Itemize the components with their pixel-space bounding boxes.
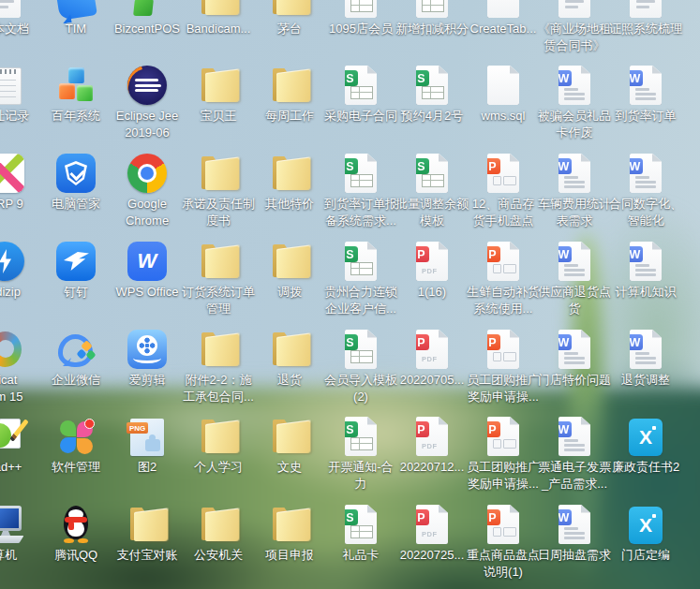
desktop-icon-r3c8[interactable]: W 供应商退货点 货 (539, 238, 610, 318)
desktop-icon-r5c8[interactable]: W 票通电子发票 _产品需求... (539, 413, 610, 493)
desktop-icon-r0c3[interactable]: Bandicam... (183, 0, 254, 37)
desktop-icon-r1c2[interactable]: Eclipse Jee 2019-06 (112, 62, 183, 142)
icon-label: 20220712... (400, 459, 465, 476)
desktop-icon-r2c5[interactable]: S 到货率订单报 备系统需求... (325, 150, 396, 230)
desktop-icon-r6c1[interactable]: 腾讯QQ (40, 501, 112, 564)
icon-label: 退货调整 (621, 372, 670, 389)
desktop-icon-r1c1[interactable]: 百年系统 (40, 62, 112, 125)
desktop-icon-r0c8[interactable]: 《商业场地租 赁合同书》 (539, 0, 610, 55)
icon-glyph-box: W (610, 326, 681, 369)
desktop-icon-r1c3[interactable]: 宝贝王 (183, 62, 254, 125)
folder-icon (196, 0, 241, 18)
icon-label: 文本文档 (0, 21, 29, 37)
icon-glyph-box (468, 62, 539, 105)
desktop-icon-r6c2[interactable]: 支付宝对账 (112, 501, 183, 564)
desktop-icon-r0c5[interactable]: S 1095店会员 (325, 0, 396, 37)
desktop-icon-r5c7[interactable]: P 员工团购推广 奖励申请操... (468, 413, 539, 493)
desktop-icon-r4c7[interactable]: P 员工团购推广 奖励申请操... (468, 326, 539, 406)
desktop-icon-r5c4[interactable]: 文史 (254, 413, 325, 476)
desktop-icon-r5c9[interactable]: X 廉政责任书2 (610, 413, 681, 476)
desktop-icon-r4c1[interactable]: 企业微信 (40, 326, 112, 389)
desktop-icon-r6c0[interactable]: 算机 (0, 501, 40, 564)
icon-glyph-box (112, 0, 183, 18)
desktop-icon-r3c3[interactable]: 订货系统订单 管理 (183, 238, 254, 318)
icon-label: 爱剪辑 (129, 372, 166, 389)
desktop-icon-r3c9[interactable]: W 计算机知识 (610, 238, 681, 301)
icon-label: 证照系统梳理 (609, 21, 682, 37)
desktop-icon-r5c2[interactable]: PNG 图2 (112, 413, 183, 476)
desktop-icon-r5c5[interactable]: S 开票通知-合 力 (325, 413, 396, 493)
desktop-icon-r2c4[interactable]: 其他特价 (254, 150, 325, 213)
desktop-icon-r1c0[interactable]: 网址记录 (0, 62, 40, 125)
desktop-icon-r4c8[interactable]: W 门店特价问题 (539, 326, 610, 389)
desktop-icon-r6c6[interactable]: PPDF 20220725... (396, 501, 468, 564)
desktop-icon-r4c2[interactable]: 爱剪辑 (112, 326, 183, 389)
desktop-icon-r0c1[interactable]: TIM (40, 0, 112, 37)
folder-icon (267, 66, 312, 105)
desktop-icon-r2c8[interactable]: W 车辆费用统计 表需求 (539, 150, 610, 230)
desktop-icon-r3c7[interactable]: P 生鲜自动补货 系统使用... (468, 238, 539, 318)
desktop-icon-r2c3[interactable]: 承诺及责任制 度书 (183, 150, 254, 230)
icon-glyph-box: S (325, 150, 396, 193)
desktop-icon-r5c0[interactable]: pad++ (0, 413, 40, 476)
icon-glyph-box (183, 501, 254, 544)
folder-icon (196, 66, 241, 105)
icon-label: 重点商品盘点 说明(1) (467, 547, 540, 582)
icon-glyph-box: S (396, 62, 468, 105)
desktop-icon-r5c3[interactable]: 个人学习 (183, 413, 254, 476)
desktop-icon-r0c0[interactable]: 文本文档 (0, 0, 40, 37)
desktop-icon-r4c4[interactable]: 退货 (254, 326, 325, 389)
icon-glyph-box (0, 501, 40, 544)
desktop-icon-r3c6[interactable]: PPDF 1(16) (396, 238, 468, 301)
desktop-icon-r3c2[interactable]: W WPS Office (112, 238, 183, 301)
icon-label: 电脑管家 (52, 196, 100, 213)
desktop-icon-r1c5[interactable]: S 采购电子合同 (325, 62, 396, 125)
desktop-icon-r2c1[interactable]: 电脑管家 (40, 150, 112, 213)
desktop-icon-r1c7[interactable]: wms.sql (468, 62, 539, 125)
desktop-icon-r6c3[interactable]: 公安机关 (183, 501, 254, 564)
desktop-icon-r2c9[interactable]: W 合同数字化、 智能化 (610, 150, 681, 230)
desktop-icon-r1c6[interactable]: S 预约4月2号 (396, 62, 468, 125)
ppt-icon: P (487, 154, 519, 193)
desktop-icon-grid: 文本文档 TIM BizcentPOS Bandicam... 茅台 S 109… (0, 0, 700, 589)
word-icon: W (559, 66, 590, 105)
app-bandizip-icon (0, 242, 24, 281)
icon-label: 茅台 (277, 21, 302, 37)
desktop-icon-r4c5[interactable]: S 会员导入模板 (2) (325, 326, 396, 406)
icon-label: 会员导入模板 (2) (324, 372, 397, 406)
desktop-icon-r3c0[interactable]: ndizip (0, 238, 40, 301)
desktop-icon-r4c9[interactable]: W 退货调整 (610, 326, 681, 389)
desktop-icon-r0c2[interactable]: BizcentPOS (112, 0, 183, 37)
desktop-icon-r4c6[interactable]: PPDF 20220705... (396, 326, 468, 389)
desktop-icon-r0c7[interactable]: CreateTab... (468, 0, 539, 37)
desktop-icon-r3c1[interactable]: 钉钉 (40, 238, 112, 301)
desktop-icon-r1c4[interactable]: 每周工作 (254, 62, 325, 125)
desktop-icon-r3c4[interactable]: 调拨 (254, 238, 325, 301)
icon-glyph-box: W (539, 238, 610, 281)
desktop-icon-r3c5[interactable]: S 贵州合力连锁 企业客户信... (325, 238, 396, 318)
desktop-icon-r2c7[interactable]: P 12、商品存 货手机盘点 (468, 150, 539, 230)
desktop-icon-r5c6[interactable]: PPDF 20220712... (396, 413, 468, 476)
desktop-icon-r0c4[interactable]: 茅台 (254, 0, 325, 37)
desktop-icon-r4c3[interactable]: 附件2-2：施 工承包合同... (183, 326, 254, 406)
icon-label: Google Chrome (126, 196, 169, 230)
xdoc-icon: X (629, 507, 663, 544)
desktop-icon-r0c6[interactable]: S 新增扣减积分 (396, 0, 468, 37)
desktop-icon-r6c5[interactable]: S 礼品卡 (325, 501, 396, 564)
desktop-icon-r2c2[interactable]: Google Chrome (112, 150, 183, 230)
desktop-icon-r1c8[interactable]: W 被骗会员礼品 卡作废 (539, 62, 610, 142)
icon-glyph-box (183, 326, 254, 369)
icon-label: 计算机知识 (616, 284, 677, 301)
desktop-icon-r6c4[interactable]: 项目申报 (254, 501, 325, 564)
folder-icon (196, 154, 241, 193)
desktop-icon-r6c8[interactable]: W 日周抽盘需求 (539, 501, 610, 564)
desktop-icon-r5c1[interactable]: 软件管理 (40, 413, 112, 476)
desktop-icon-r4c0[interactable]: vicat ium 15 (0, 326, 40, 406)
icon-glyph-box (183, 150, 254, 193)
desktop-icon-r2c6[interactable]: S 批量调整余额 模板 (396, 150, 468, 230)
desktop-icon-r6c9[interactable]: X 门店定编 (610, 501, 681, 564)
desktop-icon-r2c0[interactable]: e RP 9 (0, 150, 40, 213)
desktop-icon-r0c9[interactable]: 证照系统梳理 (610, 0, 681, 37)
desktop-icon-r1c9[interactable]: W 到货率订单 (610, 62, 681, 125)
desktop-icon-r6c7[interactable]: P 重点商品盘点 说明(1) (468, 501, 539, 582)
